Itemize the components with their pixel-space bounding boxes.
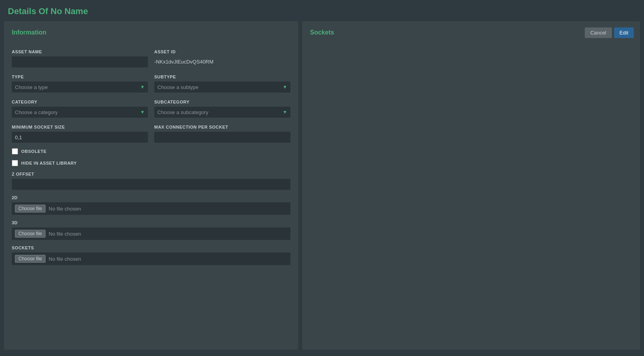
file-3d-choose-btn[interactable]: Choose file [15,230,46,238]
type-subtype-row: TYPE Choose a type ▼ SUBTYPE Choose a su… [12,69,290,93]
asset-id-value: -NKx1dvJlEucDvQS40RM [154,56,290,67]
asset-id-label: ASSET ID [154,49,290,54]
cancel-button[interactable]: Cancel [585,27,611,38]
hide-asset-library-row: HIDE IN ASSET LIBRARY [12,160,290,166]
socket-size-row: MINIMUM SOCKET SIZE MAX CONNECTION PER S… [12,119,290,143]
file-3d-group: 3D Choose file No file chosen [12,220,290,240]
z-offset-group: Z OFFSET [12,172,290,190]
max-connection-label: MAX CONNECTION PER SOCKET [154,125,290,129]
asset-name-id-row: ASSET NAME ASSET ID -NKx1dvJlEucDvQS40RM [12,44,290,67]
file-2d-group: 2D Choose file No file chosen [12,195,290,215]
hide-asset-library-label: HIDE IN ASSET LIBRARY [21,161,77,165]
file-3d-label: 3D [12,220,290,225]
subcategory-select[interactable]: Choose a subcategory [154,107,290,118]
file-2d-choose-btn[interactable]: Choose file [15,205,46,213]
file-sockets-group: SOCKETS Choose file No file chosen [12,245,290,265]
file-sockets-no-chosen: No file chosen [49,256,81,262]
type-select[interactable]: Choose a type [12,82,148,93]
subcategory-group: SUBCATEGORY Choose a subcategory ▼ [154,94,290,118]
subtype-label: SUBTYPE [154,74,290,79]
file-sockets-choose-btn[interactable]: Choose file [15,255,46,263]
left-panel: Information ASSET NAME ASSET ID -NKx1dvJ… [4,21,298,350]
min-socket-size-label: MINIMUM SOCKET SIZE [12,125,148,129]
file-sockets-wrapper: Choose file No file chosen [12,252,290,265]
subcategory-select-wrapper: Choose a subcategory ▼ [154,107,290,118]
obsolete-row: OBSOLETE [12,148,290,154]
page-title: Details Of No Name [8,6,636,16]
max-connection-group: MAX CONNECTION PER SOCKET [154,119,290,143]
main-content: Information ASSET NAME ASSET ID -NKx1dvJ… [0,21,644,354]
asset-name-group: ASSET NAME [12,44,148,67]
edit-button[interactable]: Edit [614,27,634,38]
right-panel-title: Sockets [310,29,632,36]
obsolete-label: OBSOLETE [21,149,47,154]
category-select-wrapper: Choose a category ▼ [12,107,148,118]
file-2d-label: 2D [12,195,290,200]
category-subcategory-row: CATEGORY Choose a category ▼ SUBCATEGORY… [12,94,290,118]
hide-asset-library-checkbox[interactable] [12,160,18,166]
file-sockets-label: SOCKETS [12,245,290,250]
category-label: CATEGORY [12,100,148,104]
type-group: TYPE Choose a type ▼ [12,69,148,93]
page-header: Details Of No Name [0,0,644,21]
max-connection-input[interactable] [154,132,290,143]
file-2d-wrapper: Choose file No file chosen [12,202,290,215]
right-panel: Sockets Cancel Edit [302,21,640,350]
category-select[interactable]: Choose a category [12,107,148,118]
subcategory-label: SUBCATEGORY [154,100,290,104]
asset-id-group: ASSET ID -NKx1dvJlEucDvQS40RM [154,44,290,67]
file-2d-no-chosen: No file chosen [49,206,81,212]
z-offset-label: Z OFFSET [12,172,290,176]
subtype-select-wrapper: Choose a subtype ▼ [154,82,290,93]
type-select-wrapper: Choose a type ▼ [12,82,148,93]
right-panel-actions: Cancel Edit [585,27,634,38]
obsolete-checkbox[interactable] [12,148,18,154]
subtype-group: SUBTYPE Choose a subtype ▼ [154,69,290,93]
file-3d-no-chosen: No file chosen [49,231,81,237]
file-3d-wrapper: Choose file No file chosen [12,227,290,240]
min-socket-size-group: MINIMUM SOCKET SIZE [12,119,148,143]
left-panel-title: Information [12,29,290,36]
subtype-select[interactable]: Choose a subtype [154,82,290,93]
type-label: TYPE [12,74,148,79]
z-offset-input[interactable] [12,179,290,190]
asset-name-label: ASSET NAME [12,49,148,54]
asset-name-input[interactable] [12,56,148,67]
category-group: CATEGORY Choose a category ▼ [12,94,148,118]
min-socket-size-input[interactable] [12,132,148,143]
